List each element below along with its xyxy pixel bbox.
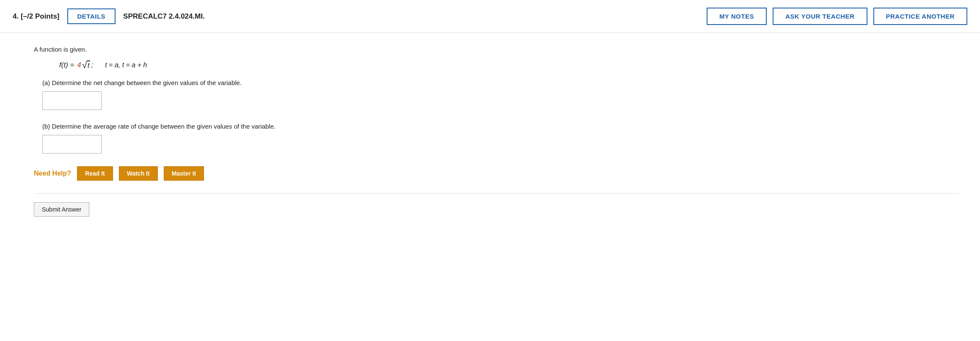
question-number: 4. [–/2 Points] xyxy=(13,12,60,21)
function-conditions: t = a, t = a + h xyxy=(105,61,147,69)
header-actions: MY NOTES ASK YOUR TEACHER PRACTICE ANOTH… xyxy=(707,8,967,25)
problem-intro: A function is given. xyxy=(34,46,959,53)
details-button[interactable]: DETAILS xyxy=(67,8,116,24)
header-bar: 4. [–/2 Points] DETAILS SPRECALC7 2.4.02… xyxy=(0,0,980,33)
my-notes-button[interactable]: MY NOTES xyxy=(707,8,767,25)
page-wrapper: 4. [–/2 Points] DETAILS SPRECALC7 2.4.02… xyxy=(0,0,980,341)
sqrt-radicand: t xyxy=(87,60,91,70)
submit-answer-button[interactable]: Submit Answer xyxy=(34,202,89,217)
practice-another-button[interactable]: PRACTICE ANOTHER xyxy=(873,8,967,25)
function-name: f(t) = xyxy=(59,61,76,69)
ask-teacher-button[interactable]: ASK YOUR TEACHER xyxy=(773,8,867,25)
sqrt-container: √ t xyxy=(82,60,91,70)
master-it-button[interactable]: Master It xyxy=(164,166,204,181)
part-b-input[interactable] xyxy=(42,135,102,154)
need-help-label: Need Help? xyxy=(34,170,71,177)
watch-it-button[interactable]: Watch It xyxy=(119,166,158,181)
submit-section: Submit Answer xyxy=(34,193,959,217)
function-line: f(t) = 4 √ t ; t = a, t = a + h xyxy=(59,60,959,70)
read-it-button[interactable]: Read It xyxy=(77,166,113,181)
part-a-label: (a) Determine the net change between the… xyxy=(42,79,959,86)
part-a-section: (a) Determine the net change between the… xyxy=(42,79,959,110)
part-a-input[interactable] xyxy=(42,91,102,110)
function-expression: f(t) = 4 √ t ; xyxy=(59,60,93,70)
part-b-section: (b) Determine the average rate of change… xyxy=(42,123,959,154)
question-code: SPRECALC7 2.4.024.MI. xyxy=(123,12,205,21)
part-b-label: (b) Determine the average rate of change… xyxy=(42,123,959,130)
semicolon: ; xyxy=(91,61,93,69)
need-help-section: Need Help? Read It Watch It Master It xyxy=(34,166,959,181)
function-coefficient: 4 xyxy=(77,61,81,69)
main-content: A function is given. f(t) = 4 √ t ; t = … xyxy=(0,33,980,229)
